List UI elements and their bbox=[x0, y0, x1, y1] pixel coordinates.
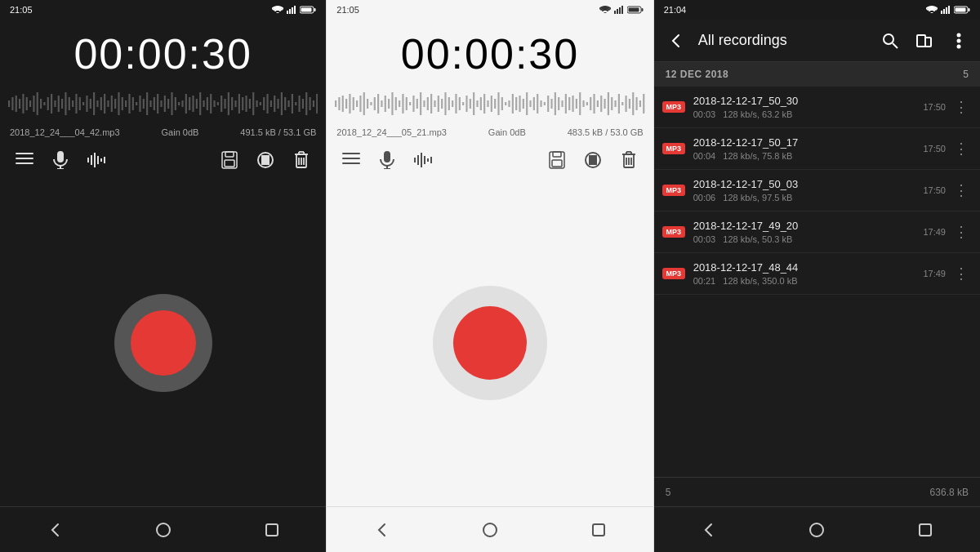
recording-item[interactable]: MP3 2018-12-12-17_50_30 00:03 128 kb/s, … bbox=[654, 87, 980, 128]
svg-rect-187 bbox=[537, 94, 538, 114]
recording-item[interactable]: MP3 2018-12-12-17_48_44 00:21 128 kb/s, … bbox=[654, 253, 980, 295]
middle-mic-icon[interactable] bbox=[376, 149, 399, 171]
svg-rect-57 bbox=[185, 94, 187, 114]
svg-rect-145 bbox=[388, 99, 390, 109]
more-options-icon[interactable]: ⋮ bbox=[951, 221, 972, 243]
svg-rect-155 bbox=[424, 100, 425, 107]
svg-rect-17 bbox=[43, 102, 45, 105]
svg-rect-101 bbox=[87, 158, 89, 162]
svg-rect-31 bbox=[93, 92, 95, 115]
svg-rect-16 bbox=[40, 99, 42, 109]
more-options-icon[interactable]: ⋮ bbox=[951, 180, 972, 201]
right-battery-icon bbox=[954, 6, 970, 14]
more-options-icon[interactable]: ⋮ bbox=[951, 263, 972, 284]
svg-rect-29 bbox=[86, 96, 87, 112]
svg-rect-84 bbox=[281, 92, 283, 115]
right-nav-square[interactable] bbox=[912, 517, 938, 543]
save-icon[interactable] bbox=[218, 149, 241, 171]
svg-rect-89 bbox=[298, 96, 300, 112]
middle-status-bar: 21:05 bbox=[327, 0, 653, 20]
svg-rect-45 bbox=[143, 99, 145, 109]
svg-rect-148 bbox=[399, 100, 400, 107]
svg-rect-81 bbox=[270, 100, 272, 107]
svg-rect-157 bbox=[430, 94, 432, 114]
list-icon[interactable] bbox=[13, 149, 36, 171]
delete-icon[interactable] bbox=[290, 149, 313, 171]
svg-rect-184 bbox=[526, 92, 528, 115]
svg-rect-260 bbox=[920, 524, 931, 536]
svg-rect-122 bbox=[266, 524, 278, 536]
recording-name: 2018-12-12-17_50_03 bbox=[693, 178, 924, 190]
left-toolbar bbox=[0, 140, 326, 180]
svg-rect-32 bbox=[96, 100, 98, 107]
recording-item[interactable]: MP3 2018-12-12-17_50_17 00:04 128 kb/s, … bbox=[654, 128, 980, 170]
middle-waveform bbox=[327, 83, 653, 124]
right-recording-list: MP3 2018-12-12-17_50_30 00:03 128 kb/s, … bbox=[654, 87, 980, 477]
left-nav-back[interactable] bbox=[42, 517, 68, 543]
svg-rect-205 bbox=[600, 96, 602, 112]
left-status-bar: 21:05 bbox=[0, 0, 326, 20]
waveform-icon[interactable] bbox=[85, 149, 108, 171]
middle-save-icon[interactable] bbox=[546, 149, 568, 171]
right-back-button[interactable] bbox=[662, 28, 688, 54]
svg-rect-154 bbox=[420, 92, 421, 115]
svg-rect-216 bbox=[639, 100, 641, 107]
left-nav-square[interactable] bbox=[259, 517, 285, 543]
middle-delete-icon[interactable] bbox=[617, 149, 640, 171]
left-nav-home[interactable] bbox=[150, 517, 176, 543]
middle-storage: 483.5 kB / 53.0 GB bbox=[568, 127, 644, 137]
more-options-icon[interactable]: ⋮ bbox=[951, 96, 972, 118]
right-footer-size: 636.8 kB bbox=[930, 487, 969, 498]
middle-waveform-icon[interactable] bbox=[412, 149, 434, 171]
svg-rect-129 bbox=[628, 8, 639, 12]
mic-icon[interactable] bbox=[49, 149, 72, 171]
svg-rect-210 bbox=[618, 94, 620, 114]
svg-rect-48 bbox=[154, 97, 155, 110]
middle-nav-home[interactable] bbox=[477, 517, 503, 543]
more-options-icon[interactable]: ⋮ bbox=[951, 138, 972, 159]
right-nav-home[interactable] bbox=[804, 517, 830, 543]
right-search-button[interactable] bbox=[877, 28, 903, 54]
svg-rect-125 bbox=[619, 7, 621, 14]
svg-rect-165 bbox=[459, 97, 461, 110]
right-gallery-button[interactable] bbox=[911, 28, 938, 54]
right-nav-back[interactable] bbox=[695, 517, 721, 543]
svg-rect-208 bbox=[611, 97, 612, 110]
middle-nav-bar bbox=[327, 506, 653, 552]
svg-rect-193 bbox=[558, 97, 559, 110]
right-more-button[interactable] bbox=[946, 28, 972, 54]
middle-list-icon[interactable] bbox=[340, 149, 363, 171]
middle-pause-icon[interactable] bbox=[581, 149, 604, 171]
svg-rect-50 bbox=[160, 100, 162, 107]
recording-meta: 00:03 128 kb/s, 63.2 kB bbox=[693, 109, 924, 119]
recording-name: 2018-12-12-17_50_30 bbox=[693, 95, 924, 107]
svg-rect-14 bbox=[33, 96, 34, 112]
svg-rect-255 bbox=[917, 35, 925, 47]
svg-rect-11 bbox=[22, 94, 24, 114]
svg-rect-3 bbox=[294, 6, 296, 14]
svg-rect-204 bbox=[597, 100, 599, 107]
middle-record-button[interactable] bbox=[433, 286, 547, 400]
recording-item[interactable]: MP3 2018-12-12-17_49_20 00:03 128 kb/s, … bbox=[654, 211, 980, 253]
left-record-button[interactable] bbox=[114, 294, 212, 392]
right-time: 21:04 bbox=[664, 5, 687, 15]
svg-rect-68 bbox=[224, 99, 225, 109]
middle-battery-icon bbox=[627, 6, 644, 14]
svg-rect-247 bbox=[943, 9, 945, 14]
svg-rect-56 bbox=[181, 100, 183, 107]
svg-rect-88 bbox=[295, 102, 296, 105]
svg-rect-79 bbox=[263, 97, 265, 110]
svg-rect-191 bbox=[551, 99, 553, 109]
recording-item[interactable]: MP3 2018-12-12-17_50_03 00:06 128 kb/s, … bbox=[654, 170, 980, 211]
middle-nav-back[interactable] bbox=[368, 517, 394, 543]
middle-nav-square[interactable] bbox=[586, 517, 612, 543]
svg-rect-188 bbox=[541, 100, 542, 107]
svg-rect-77 bbox=[256, 100, 257, 107]
svg-rect-167 bbox=[466, 96, 468, 112]
recording-time: 17:50 bbox=[923, 185, 946, 195]
left-file-info: 2018_12_24___04_42.mp3 Gain 0dB 491.5 kB… bbox=[0, 124, 326, 140]
right-status-bar: 21:04 bbox=[654, 0, 980, 20]
pause-icon[interactable] bbox=[254, 149, 277, 171]
recording-name: 2018-12-12-17_48_44 bbox=[693, 261, 924, 274]
recording-time: 17:49 bbox=[923, 227, 946, 237]
